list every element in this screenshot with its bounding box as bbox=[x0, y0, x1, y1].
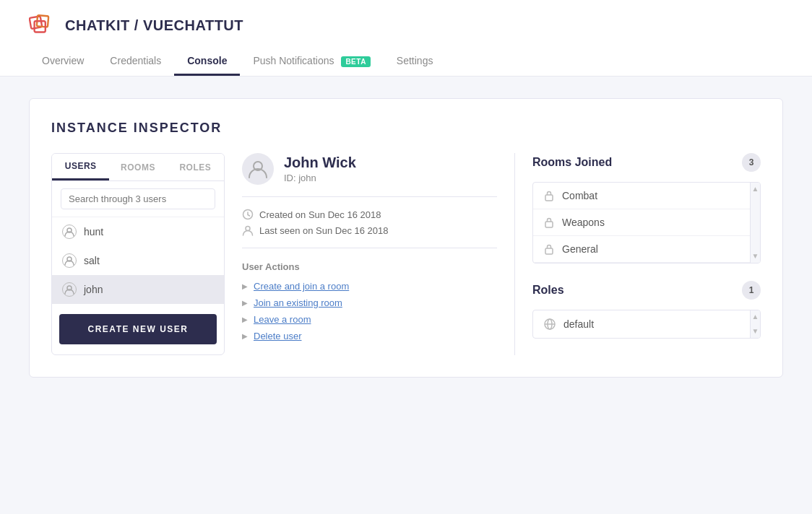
action-link-join-existing-room[interactable]: Join an existing room bbox=[254, 297, 342, 308]
avatar-hunt bbox=[62, 225, 77, 239]
user-name-hunt: hunt bbox=[84, 226, 103, 238]
header-top: CHATKIT / VUECHATTUT bbox=[29, 0, 783, 39]
rooms-joined-count: 3 bbox=[742, 153, 761, 172]
svg-rect-10 bbox=[545, 222, 553, 227]
user-name-john: john bbox=[84, 284, 103, 295]
roles-title: Roles bbox=[532, 284, 564, 297]
lock-icon-general bbox=[543, 243, 555, 255]
roles-count: 1 bbox=[742, 281, 761, 300]
user-actions-title: User Actions bbox=[242, 261, 497, 272]
action-arrow-4: ▶ bbox=[242, 332, 248, 340]
rooms-list: Combat Weapons Gener bbox=[532, 182, 761, 263]
role-item-default: default bbox=[533, 310, 760, 338]
svg-rect-9 bbox=[545, 195, 553, 201]
room-item-weapons: Weapons bbox=[533, 209, 760, 236]
lock-icon-combat bbox=[543, 190, 555, 201]
user-item-john[interactable]: john bbox=[52, 275, 224, 304]
action-leave-room: ▶ Leave a room bbox=[242, 314, 497, 325]
main-nav: Overview Credentials Console Push Notifi… bbox=[29, 48, 783, 76]
search-input[interactable] bbox=[61, 188, 215, 209]
action-link-leave-room[interactable]: Leave a room bbox=[254, 314, 311, 325]
last-seen-row: Last seen on Sun Dec 16 2018 bbox=[242, 225, 497, 236]
action-join-existing-room: ▶ Join an existing room bbox=[242, 297, 497, 308]
user-list: hunt salt john bbox=[52, 217, 224, 304]
rooms-joined-title: Rooms Joined bbox=[532, 156, 612, 169]
beta-badge: BETA bbox=[341, 56, 370, 67]
person-icon bbox=[242, 225, 254, 236]
user-display-name: John Wick bbox=[284, 154, 356, 171]
rooms-section-header: Rooms Joined 3 bbox=[532, 153, 761, 172]
nav-credentials[interactable]: Credentials bbox=[97, 48, 174, 76]
clock-icon bbox=[242, 209, 254, 220]
role-name-default: default bbox=[563, 318, 594, 330]
user-id-label: ID: john bbox=[284, 173, 356, 183]
panel-title: INSTANCE INSPECTOR bbox=[51, 121, 761, 136]
room-item-general: General bbox=[533, 236, 760, 263]
created-row: Created on Sun Dec 16 2018 bbox=[242, 209, 497, 220]
user-info: John Wick ID: john bbox=[284, 154, 356, 183]
instance-inspector-panel: INSTANCE INSPECTOR USERS ROOMS ROLES bbox=[29, 98, 783, 378]
action-link-create-join-room[interactable]: Create and join a room bbox=[254, 281, 349, 292]
inspector-layout: USERS ROOMS ROLES hunt bbox=[51, 153, 761, 355]
users-panel: USERS ROOMS ROLES hunt bbox=[51, 153, 225, 355]
user-meta: Created on Sun Dec 16 2018 Last seen on … bbox=[242, 209, 497, 248]
created-date: Created on Sun Dec 16 2018 bbox=[259, 209, 381, 220]
svg-rect-11 bbox=[545, 248, 553, 254]
nav-console[interactable]: Console bbox=[174, 48, 240, 76]
action-arrow-2: ▶ bbox=[242, 299, 248, 307]
rooms-roles-panel: Rooms Joined 3 Combat bbox=[515, 153, 761, 355]
action-delete-user: ▶ Delete user bbox=[242, 331, 497, 341]
user-header: John Wick ID: john bbox=[242, 153, 497, 197]
room-item-combat: Combat bbox=[533, 183, 760, 209]
chatkit-logo-icon bbox=[29, 12, 56, 39]
user-item-salt[interactable]: salt bbox=[52, 246, 224, 275]
action-create-join-room: ▶ Create and join a room bbox=[242, 281, 497, 292]
lock-icon-weapons bbox=[543, 217, 555, 228]
rooms-scrollbar[interactable]: ▲ ▼ bbox=[750, 183, 760, 263]
svg-point-8 bbox=[246, 227, 250, 231]
nav-overview[interactable]: Overview bbox=[29, 48, 97, 76]
scroll-down-arrow: ▼ bbox=[752, 253, 759, 260]
action-link-delete-user[interactable]: Delete user bbox=[254, 331, 301, 341]
roles-scrollbar[interactable]: ▲ ▼ bbox=[750, 310, 760, 338]
user-item-hunt[interactable]: hunt bbox=[52, 217, 224, 246]
avatar-john bbox=[62, 282, 77, 297]
scroll-up-arrow: ▲ bbox=[752, 186, 759, 193]
search-box bbox=[52, 181, 224, 217]
action-list: ▶ Create and join a room ▶ Join an exist… bbox=[242, 281, 497, 341]
user-detail-panel: John Wick ID: john Created on Sun Dec 16… bbox=[225, 153, 515, 355]
nav-push-notifications[interactable]: Push Notifications BETA bbox=[240, 48, 383, 76]
last-seen-date: Last seen on Sun Dec 16 2018 bbox=[259, 225, 389, 236]
roles-list: default ▲ ▼ bbox=[532, 310, 761, 339]
scroll-down-arrow-roles: ▼ bbox=[752, 328, 759, 335]
tab-users[interactable]: USERS bbox=[52, 154, 109, 180]
scroll-up-arrow-roles: ▲ bbox=[752, 313, 759, 321]
action-arrow-3: ▶ bbox=[242, 315, 248, 323]
user-name-salt: salt bbox=[84, 255, 100, 266]
app-title: CHATKIT / VUECHATTUT bbox=[65, 17, 243, 34]
room-name-general: General bbox=[562, 243, 598, 255]
nav-push-label: Push Notifications bbox=[253, 55, 334, 66]
create-new-user-button[interactable]: CREATE NEW USER bbox=[59, 314, 217, 344]
roles-section-header: Roles 1 bbox=[532, 281, 761, 300]
nav-settings[interactable]: Settings bbox=[384, 48, 446, 76]
room-name-combat: Combat bbox=[562, 190, 597, 201]
globe-icon-default bbox=[543, 318, 556, 331]
room-name-weapons: Weapons bbox=[562, 217, 605, 228]
avatar-salt bbox=[62, 253, 77, 268]
header: CHATKIT / VUECHATTUT Overview Credential… bbox=[0, 0, 812, 77]
tab-rooms[interactable]: ROOMS bbox=[109, 154, 166, 180]
inspector-tabs: USERS ROOMS ROLES bbox=[52, 154, 224, 181]
main-content: INSTANCE INSPECTOR USERS ROOMS ROLES bbox=[0, 77, 812, 399]
tab-roles[interactable]: ROLES bbox=[167, 154, 224, 180]
action-arrow-1: ▶ bbox=[242, 282, 248, 290]
user-big-avatar bbox=[242, 153, 274, 185]
